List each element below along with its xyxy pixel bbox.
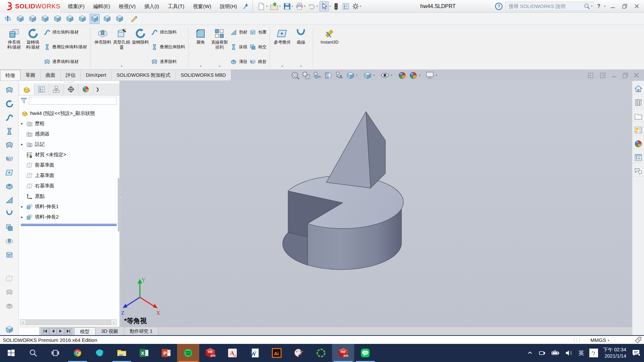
extend-surface-icon[interactable] — [5, 182, 14, 191]
tree-item-sensors[interactable]: 感測器 — [19, 129, 119, 139]
pin-menu-icon[interactable] — [243, 3, 249, 10]
pattern-dropdown-icon[interactable]: ▾ — [219, 65, 220, 68]
top-view-button[interactable] — [65, 14, 75, 24]
action-center-icon[interactable] — [631, 348, 641, 358]
tab-dimxpert-manager[interactable] — [64, 83, 78, 95]
trimetric-view-button[interactable] — [102, 14, 112, 24]
rib-button[interactable]: 肋材 — [230, 28, 247, 37]
first-tab-icon[interactable] — [42, 328, 49, 335]
boundary-cut-button[interactable]: 邊界除料 — [151, 57, 185, 66]
dimetric-view-button[interactable] — [114, 14, 124, 24]
taskbar-chrome[interactable] — [66, 344, 89, 362]
tree-item-boss-extrude2[interactable]: ▸填料-伸長2 — [19, 212, 119, 222]
tab-surfaces[interactable]: 曲面 — [41, 70, 61, 80]
search-dropdown-icon[interactable]: ▾ — [591, 5, 592, 8]
fillet-dropdown-icon[interactable]: ▾ — [200, 65, 201, 68]
back-view-button[interactable] — [28, 14, 38, 24]
undo-button[interactable]: ▾ — [307, 1, 319, 11]
edit-appearance-button[interactable] — [398, 71, 407, 80]
display-style-button[interactable]: ▾ — [363, 71, 375, 80]
tree-item-front-plane[interactable]: 前基準面 — [19, 160, 119, 170]
taskbar-search-button[interactable] — [22, 344, 44, 362]
taskbar-excel[interactable]: X — [133, 344, 155, 362]
toolbar-overflow-icon[interactable]: ⌄ — [6, 329, 9, 333]
section-view-button[interactable] — [324, 71, 333, 80]
menu-view[interactable]: 檢視(V) — [114, 0, 140, 12]
hide-show-dropdown-icon[interactable]: ▾ — [391, 74, 392, 77]
replace-face-icon[interactable] — [5, 237, 14, 246]
print-dropdown-icon[interactable]: ▾ — [304, 5, 306, 8]
tab-3d-views[interactable]: 3D 視圖 — [96, 327, 124, 335]
close-button[interactable] — [632, 3, 641, 9]
select-tool-button[interactable] — [319, 1, 329, 11]
document-minimize-icon[interactable] — [611, 73, 617, 78]
tab-evaluate[interactable]: 評估 — [61, 70, 81, 80]
curves-button[interactable]: 曲線▾ — [292, 26, 310, 68]
tab-motion-study[interactable]: 動作研究 1 — [124, 327, 159, 335]
tree-root-part[interactable]: hw44 (預設<<預設>_顯示狀態 — [19, 108, 119, 118]
revolved-surface-icon[interactable] — [5, 99, 14, 109]
hidden-icons-chevron-icon[interactable] — [527, 350, 533, 356]
ime-language-indicator[interactable]: 英 — [579, 349, 584, 357]
normal-to-view-button[interactable] — [3, 14, 13, 24]
custom-properties-icon[interactable] — [633, 152, 644, 163]
scene-dropdown-icon[interactable]: ▾ — [419, 74, 420, 77]
zoom-to-fit-button[interactable] — [291, 71, 300, 80]
hole-wizard-dropdown-icon[interactable]: ▾ — [121, 65, 122, 68]
options-dropdown-icon[interactable]: ▾ — [360, 5, 361, 8]
hide-show-items-button[interactable]: ▾ — [380, 71, 392, 80]
collapse-right-pane-icon[interactable] — [599, 72, 606, 79]
help-dropdown-icon[interactable]: ▾ — [604, 5, 605, 8]
linear-pattern-button[interactable]: 直線複製排列▾ — [211, 26, 228, 68]
open-dropdown-icon[interactable]: ▾ — [279, 5, 280, 8]
next-tab-icon[interactable] — [57, 328, 64, 335]
lofted-surface-icon[interactable] — [5, 127, 14, 136]
panel-drag-handle[interactable] — [19, 81, 119, 83]
expand-arrow-icon[interactable]: ▸ — [21, 204, 24, 209]
reference-dropdown-icon[interactable]: ▾ — [281, 65, 283, 68]
lofted-cut-button[interactable]: 疊層拉伸除料 — [151, 43, 185, 51]
restore-button[interactable] — [620, 3, 629, 9]
expand-arrow-icon[interactable]: ▸ — [21, 215, 24, 219]
ruled-surface-icon[interactable] — [5, 195, 14, 205]
left-view-button[interactable] — [40, 14, 50, 24]
tab-property-manager[interactable] — [34, 83, 49, 95]
tab-model[interactable]: 模型 — [74, 327, 96, 335]
new-dropdown-icon[interactable]: ▾ — [266, 5, 267, 8]
select-dropdown-icon[interactable]: ▾ — [330, 5, 331, 8]
bottom-view-button[interactable] — [77, 14, 87, 24]
file-properties-button[interactable] — [341, 1, 351, 11]
disabled-tool-icon-2[interactable] — [5, 288, 14, 297]
extruded-boss-button[interactable]: 伸長填料/基材 — [5, 26, 23, 68]
taskbar-paint[interactable] — [288, 344, 310, 362]
tab-configuration-manager[interactable] — [49, 83, 64, 95]
new-document-button[interactable]: ▾ — [256, 1, 268, 11]
mirror-button[interactable]: 鏡射 — [249, 57, 266, 66]
filled-surface-icon[interactable] — [5, 154, 14, 164]
extruded-cut-button[interactable]: 伸長除料 — [94, 26, 111, 68]
tree-item-history[interactable]: ▸歷程 — [19, 118, 119, 129]
graphics-viewport[interactable]: Y X Z *等角視 — [121, 81, 632, 335]
scrollbar-track[interactable] — [26, 319, 111, 325]
boundary-surface-icon[interactable] — [5, 140, 14, 150]
wrap-button[interactable]: 包覆 — [249, 28, 266, 37]
isometric-view-button[interactable] — [90, 14, 100, 24]
tree-item-material[interactable]: 材質 <未指定> — [19, 149, 119, 160]
right-view-button[interactable] — [52, 14, 62, 24]
save-dropdown-icon[interactable]: ▾ — [292, 5, 293, 8]
print-button[interactable]: ▾ — [294, 1, 307, 11]
file-explorer-icon[interactable] — [633, 111, 644, 122]
task-view-button[interactable] — [44, 344, 66, 362]
open-document-button[interactable]: ▾ — [269, 1, 281, 11]
view-orientation-dropdown-icon[interactable]: ▾ — [356, 74, 358, 77]
tag-icon[interactable] — [634, 336, 642, 344]
speaker-icon[interactable] — [565, 349, 574, 357]
taskbar-line[interactable]: LINE — [354, 344, 376, 362]
revolved-boss-button[interactable]: 旋轉填料/基材 — [24, 26, 42, 68]
rollback-bar[interactable] — [21, 224, 117, 226]
swept-surface-icon[interactable] — [5, 113, 14, 122]
tree-item-origin[interactable]: 原點 — [19, 191, 119, 201]
tab-feature-tree[interactable] — [19, 83, 34, 95]
taskbar-edge[interactable] — [89, 344, 111, 362]
tree-item-boss-extrude1[interactable]: ▸填料-伸長1 — [19, 201, 119, 212]
